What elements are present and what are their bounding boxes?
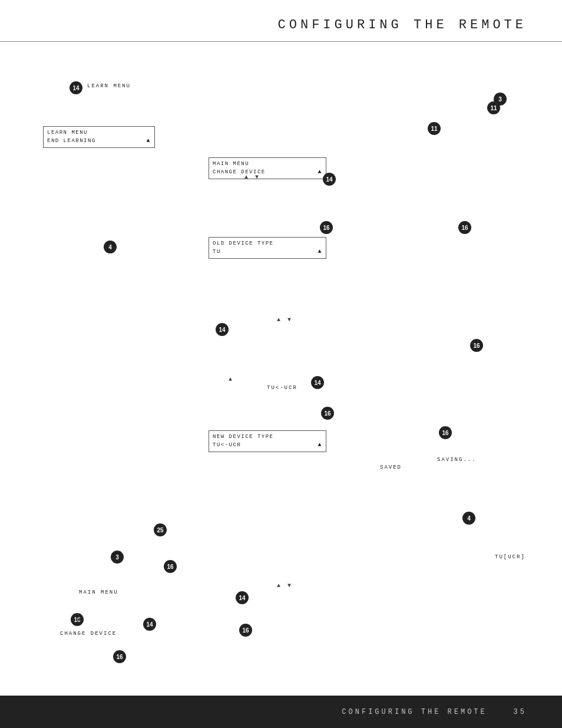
- badge-14-top: 14: [70, 81, 82, 94]
- lcd-line1: MAIN MENU: [213, 160, 321, 169]
- badge-25: 25: [154, 523, 167, 536]
- badge-14-4: 14: [311, 376, 324, 389]
- badge-14-5: 14: [236, 591, 249, 604]
- arrows-1: ▲ ▼: [244, 174, 260, 180]
- lcd-old-device: OLD DEVICE TYPE TU ▲: [209, 237, 326, 259]
- label-tucr: TU<-UCR: [267, 385, 297, 391]
- lcd-line2: CHANGE DEVICE: [213, 169, 321, 177]
- badge-4-2: 4: [462, 512, 475, 525]
- lcd-line1: NEW DEVICE TYPE: [213, 433, 321, 442]
- label-main-menu: MAIN MENU: [79, 589, 118, 595]
- badge-14-2: 14: [323, 173, 336, 186]
- label-saving: SAVING...: [437, 457, 477, 463]
- lcd-new-device: NEW DEVICE TYPE TU<-UCR ▲: [209, 430, 326, 452]
- badge-11-2: 11: [428, 122, 441, 135]
- arrows-4: ▲ ▼: [277, 582, 293, 589]
- lcd-arrow: ▲: [318, 247, 322, 256]
- content-area: 14 3 11 11 LEARN MENU END LEARNING ▲ MAI…: [0, 53, 562, 696]
- badge-16-5: 16: [439, 426, 452, 439]
- lcd-arrow: ▲: [318, 167, 322, 176]
- page-title: CONFIGURING THE REMOTE: [35, 18, 527, 32]
- label-saved: SAVED: [380, 465, 402, 470]
- label-tucr2: TU[UCR]: [495, 554, 525, 560]
- label-change-device: CHANGE DEVICE: [60, 631, 117, 637]
- lcd-learn-menu: LEARN MENU END LEARNING ▲: [43, 126, 155, 148]
- lcd-line2: TU<-UCR: [213, 442, 321, 450]
- badge-14-6: 14: [143, 618, 156, 631]
- arrows-5: ▲: [77, 616, 82, 622]
- lcd-line1: LEARN MENU: [47, 129, 150, 137]
- footer-text: CONFIGURING THE REMOTE 35: [342, 708, 527, 716]
- page-footer: CONFIGURING THE REMOTE 35: [0, 696, 562, 728]
- lcd-main-menu: MAIN MENU CHANGE DEVICE ▲: [209, 157, 326, 179]
- lcd-arrow: ▲: [318, 440, 322, 449]
- arrows-3: ▲: [229, 376, 234, 383]
- lcd-line2: TU: [213, 248, 321, 256]
- badge-16-2: 16: [458, 221, 471, 234]
- badge-4: 4: [104, 241, 117, 253]
- lcd-line1: OLD DEVICE TYPE: [213, 240, 321, 248]
- page-header: CONFIGURING THE REMOTE: [0, 0, 562, 42]
- badge-16-9: 16: [113, 650, 126, 663]
- badge-16-8: 16: [239, 624, 252, 637]
- badge-16-top: 16: [320, 221, 333, 234]
- arrows-2: ▲ ▼: [277, 317, 293, 323]
- badge-16-6: 16: [164, 560, 177, 573]
- badge-3-2: 3: [111, 551, 124, 564]
- lcd-line2: END LEARNING: [47, 137, 150, 146]
- badge-14-3: 14: [216, 323, 229, 336]
- lcd-arrow: ▲: [146, 136, 151, 145]
- label-learn-menu: LEARN MENU: [87, 83, 131, 89]
- badge-11-top: 11: [487, 101, 500, 114]
- badge-16-3: 16: [470, 339, 483, 352]
- badge-16-4: 16: [321, 407, 334, 420]
